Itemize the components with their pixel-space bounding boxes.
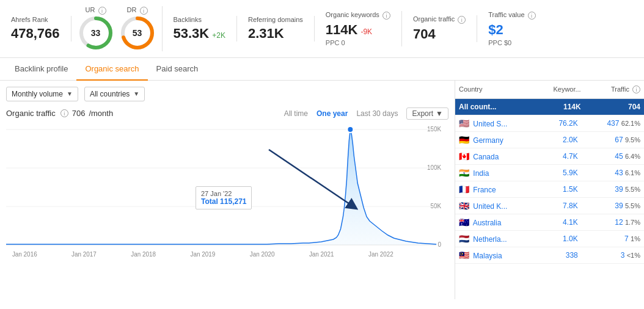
organic-traffic-label: Organic traffic i	[413, 15, 466, 24]
ur-value: 33	[91, 28, 101, 38]
keywords-link[interactable]: 76.2K	[558, 119, 577, 128]
ur-info-icon[interactable]: i	[98, 7, 106, 15]
country-traffic: 39 5.5%	[582, 198, 644, 214]
all-countries-keywords: 114K	[528, 99, 585, 115]
dr-info-icon[interactable]: i	[140, 7, 148, 15]
traffic-link[interactable]: 3	[621, 251, 625, 260]
svg-text:Jan 2022: Jan 2022	[368, 251, 393, 258]
volume-select[interactable]: Monthly volume ▼	[6, 87, 78, 101]
country-keywords: 338	[541, 247, 582, 264]
organic-keywords-change: -9K	[360, 27, 372, 36]
svg-text:50K: 50K	[430, 203, 441, 209]
organic-traffic-metric: Organic traffic i 704	[402, 15, 477, 42]
country-flag: 🇩🇪	[459, 135, 469, 145]
country-link[interactable]: United S...	[473, 120, 507, 128]
ahrefs-rank-value: 478,766	[11, 26, 60, 42]
traffic-pct: <1%	[627, 252, 640, 259]
traffic-col-info[interactable]: i	[632, 85, 640, 93]
country-row[interactable]: 🇦🇺 Australia 4.1K 12 1.7%	[455, 214, 644, 231]
traffic-link[interactable]: 43	[615, 169, 623, 177]
time-btn-oneyear[interactable]: One year	[317, 109, 348, 118]
ahrefs-rank-metric: Ahrefs Rank 478,766	[0, 16, 71, 42]
country-link[interactable]: United K...	[473, 202, 507, 211]
keywords-link[interactable]: 4.1K	[563, 218, 578, 227]
organic-traffic-chart-unit: /month	[89, 109, 113, 118]
traffic-link[interactable]: 437	[607, 119, 619, 128]
traffic-link[interactable]: 12	[615, 218, 623, 227]
time-btn-last30[interactable]: Last 30 days	[356, 109, 398, 118]
col-traffic: Traffic i	[585, 81, 644, 99]
organic-kw-info-icon[interactable]: i	[382, 12, 390, 20]
country-flag: 🇫🇷	[459, 184, 469, 194]
tab-backlink[interactable]: Backlink profile	[6, 58, 76, 81]
svg-text:Jan 2021: Jan 2021	[309, 251, 334, 258]
svg-text:Jan 2017: Jan 2017	[71, 251, 97, 258]
traffic-link[interactable]: 39	[615, 202, 623, 210]
time-btn-alltime[interactable]: All time	[284, 109, 308, 118]
country-row[interactable]: 🇨🇦 Canada 4.7K 45 6.4%	[455, 148, 644, 165]
chart-info-icon[interactable]: i	[60, 109, 68, 117]
svg-text:150K: 150K	[427, 126, 441, 133]
keywords-link[interactable]: 5.9K	[563, 169, 578, 177]
tab-organic[interactable]: Organic search	[76, 58, 147, 81]
country-traffic: 67 9.5%	[582, 132, 644, 148]
country-row[interactable]: 🇳🇱 Netherla... 1.0K 7 1%	[455, 231, 644, 247]
country-name: 🇫🇷 France	[455, 181, 541, 198]
country-name: 🇬🇧 United K...	[455, 198, 541, 214]
referring-domains-metric: Referring domains 2.31K	[237, 16, 315, 42]
export-label: Export	[412, 109, 433, 118]
country-link[interactable]: Australia	[473, 219, 502, 227]
country-row[interactable]: 🇩🇪 Germany 2.0K 67 9.5%	[455, 132, 644, 148]
country-link[interactable]: Germany	[473, 136, 503, 145]
country-flag: 🇳🇱	[459, 234, 469, 244]
country-select[interactable]: All countries ▼	[84, 87, 145, 101]
traffic-link[interactable]: 7	[624, 234, 629, 243]
country-flag: 🇦🇺	[459, 217, 469, 227]
traffic-pct: 1.7%	[625, 219, 640, 226]
country-link[interactable]: Canada	[473, 153, 499, 161]
traffic-pct: 9.5%	[625, 136, 640, 144]
country-flag: 🇲🇾	[459, 250, 469, 260]
country-traffic: 7 1%	[582, 231, 644, 247]
country-link[interactable]: France	[473, 186, 496, 194]
country-row[interactable]: 🇬🇧 United K... 7.8K 39 5.5%	[455, 198, 644, 214]
country-row[interactable]: 🇮🇳 India 5.9K 43 6.1%	[455, 165, 644, 181]
traffic-link[interactable]: 67	[615, 136, 623, 144]
backlinks-metric: Backlinks 53.3K +2K	[163, 16, 237, 42]
all-countries-row[interactable]: All count... 114K 704	[455, 99, 644, 115]
traffic-link[interactable]: 39	[615, 185, 623, 194]
all-countries-traffic: 704	[585, 99, 644, 115]
country-link[interactable]: Netherla...	[473, 235, 507, 244]
organic-keywords-sub: PPC 0	[326, 39, 390, 46]
country-keywords: 1.5K	[541, 181, 582, 198]
country-row[interactable]: 🇺🇸 United S... 76.2K 437 62.1%	[455, 115, 644, 132]
chart-tooltip-dot	[347, 126, 353, 133]
tab-paid[interactable]: Paid search	[148, 58, 207, 81]
tabs-bar: Backlink profile Organic search Paid sea…	[0, 58, 644, 81]
country-table-header: Country Keywor... Traffic i	[455, 81, 644, 99]
keywords-link[interactable]: 1.5K	[563, 185, 578, 194]
keywords-link[interactable]: 7.8K	[563, 202, 578, 210]
keywords-link[interactable]: 2.0K	[563, 136, 578, 144]
traffic-value-metric: Traffic value i $2 PPC $0	[477, 11, 546, 46]
country-name: 🇨🇦 Canada	[455, 148, 541, 165]
traffic-pct: 5.5%	[625, 186, 640, 193]
svg-text:Jan 2016: Jan 2016	[12, 251, 37, 258]
keywords-link[interactable]: 338	[566, 251, 578, 260]
country-rows-table: 🇺🇸 United S... 76.2K 437 62.1% 🇩🇪 German…	[455, 115, 644, 264]
svg-text:0: 0	[438, 241, 442, 248]
keywords-link[interactable]: 4.7K	[563, 152, 578, 161]
volume-select-arrow: ▼	[67, 90, 73, 97]
country-link[interactable]: Malaysia	[473, 252, 502, 260]
country-link[interactable]: India	[473, 169, 489, 178]
organic-traffic-value: 704	[413, 26, 466, 42]
country-row[interactable]: 🇫🇷 France 1.5K 39 5.5%	[455, 181, 644, 198]
traffic-value-info-icon[interactable]: i	[528, 12, 536, 20]
keywords-link[interactable]: 1.0K	[563, 234, 578, 243]
country-row[interactable]: 🇲🇾 Malaysia 338 3 <1%	[455, 247, 644, 264]
traffic-link[interactable]: 45	[615, 152, 623, 161]
metrics-bar: Ahrefs Rank 478,766 UR i 33 DR i 53	[0, 0, 644, 58]
organic-traffic-info-icon[interactable]: i	[458, 16, 466, 24]
ahrefs-rank-label: Ahrefs Rank	[11, 16, 60, 23]
export-button[interactable]: Export ▼	[406, 107, 448, 120]
